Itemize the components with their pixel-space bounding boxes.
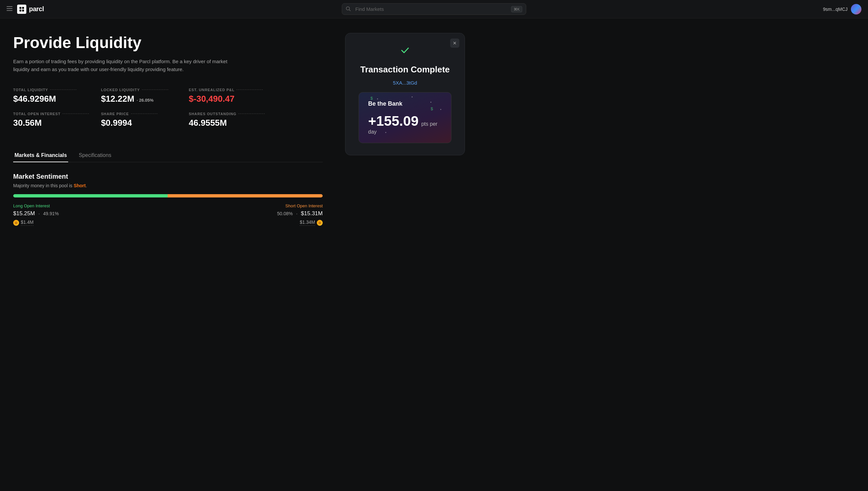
bank-card-label: Be the Bank <box>368 100 442 107</box>
long-interest-value: $15.25M · 49.91% <box>13 210 59 217</box>
close-button[interactable]: ✕ <box>450 38 459 48</box>
header: parcl ⌘K 9sm...qMCJ <box>0 0 868 19</box>
long-interest-label[interactable]: Long Open Interest <box>13 203 50 208</box>
long-sub-value: ◎ $1.4M <box>13 220 34 226</box>
svg-rect-4 <box>22 7 24 9</box>
stat-value-locked-liquidity: $12.22M · 26.05% <box>101 94 178 104</box>
tab-markets-financials[interactable]: Markets & Financials <box>13 149 68 162</box>
short-interest-value: 50.08% · $15.31M <box>277 210 323 217</box>
stat-value-open-interest: 30.56M <box>13 118 90 128</box>
stats-grid: TOTAL LIQUIDITY $46.9296M LOCKED LIQUIDI… <box>13 88 277 136</box>
header-left: parcl <box>7 5 73 14</box>
check-icon <box>400 45 410 58</box>
main: Provide Liquidity Earn a portion of trad… <box>0 19 868 491</box>
stat-unrealized-pl: EST. UNREALIZED P&L $-30,490.47 <box>189 88 277 112</box>
stat-open-interest: TOTAL OPEN INTEREST 30.56M <box>13 112 101 136</box>
svg-line-8 <box>349 9 351 11</box>
stat-share-price: SHARE PRICE $0.9994 <box>101 112 189 136</box>
search-shortcut: ⌘K <box>511 6 522 12</box>
coin-icon-short: ◎ <box>317 220 323 226</box>
stat-value-total-liquidity: $46.9296M <box>13 94 90 104</box>
stat-shares-outstanding: SHARES OUTSTANDING 46.9555M <box>189 112 277 136</box>
stat-value-unrealized-pl: $-30,490.47 <box>189 94 266 104</box>
stat-label-open-interest: TOTAL OPEN INTEREST <box>13 112 90 116</box>
tab-specifications[interactable]: Specifications <box>77 149 113 162</box>
logo-icon <box>17 5 26 14</box>
interest-values: $15.25M · 49.91% 50.08% · $15.31M <box>13 210 323 217</box>
stat-label-share-price: SHARE PRICE <box>101 112 178 116</box>
search-icon <box>346 6 351 12</box>
stat-value-share-price: $0.9994 <box>101 118 178 128</box>
stat-locked-liquidity: LOCKED LIQUIDITY $12.22M · 26.05% <box>101 88 189 112</box>
tabs: Markets & Financials Specifications <box>13 149 323 162</box>
right-panel: ✕ Transaction Complete 5XA...3tGd $ $ <box>336 19 474 491</box>
sentiment-word: Short <box>74 183 86 188</box>
wallet-address[interactable]: 9sm...qMCJ <box>823 7 847 12</box>
svg-rect-1 <box>7 8 12 9</box>
bar-long <box>13 194 168 198</box>
interest-bar <box>13 194 323 198</box>
page-title: Provide Liquidity <box>13 34 323 52</box>
svg-rect-2 <box>7 10 12 11</box>
svg-rect-3 <box>20 7 21 9</box>
bank-card-pts: +155.09 pts per day <box>368 113 442 135</box>
search-bar: ⌘K <box>342 3 526 15</box>
bar-short <box>168 194 323 198</box>
sentiment-description: Majority money in this pool is Short. <box>13 183 323 188</box>
menu-icon[interactable] <box>7 6 12 12</box>
stat-label-total-liquidity: TOTAL LIQUIDITY <box>13 88 90 92</box>
coin-icon-long: ◎ <box>13 220 19 226</box>
transaction-title: Transaction Complete <box>360 64 450 75</box>
bank-card: $ $ Be the Bank +155.09 pts per day <box>359 92 451 143</box>
page-description: Earn a portion of trading fees by provid… <box>13 58 237 74</box>
header-right: 9sm...qMCJ <box>795 4 861 15</box>
svg-rect-0 <box>7 6 12 7</box>
short-sub-value: ◎ $1.34M <box>300 220 323 226</box>
stat-label-locked-liquidity: LOCKED LIQUIDITY <box>101 88 178 92</box>
logo-text: parcl <box>29 5 44 13</box>
stat-total-liquidity: TOTAL LIQUIDITY $46.9296M <box>13 88 101 112</box>
svg-rect-5 <box>20 9 21 11</box>
logo[interactable]: parcl <box>17 5 44 14</box>
svg-rect-6 <box>22 9 24 11</box>
market-sentiment-section: Market Sentiment Majority money in this … <box>13 173 323 226</box>
transaction-card: ✕ Transaction Complete 5XA...3tGd $ $ <box>345 33 465 155</box>
interest-labels: Long Open Interest Short Open Interest <box>13 203 323 208</box>
market-sentiment-title: Market Sentiment <box>13 173 323 180</box>
short-interest-label[interactable]: Short Open Interest <box>285 203 323 208</box>
stat-label-unrealized-pl: EST. UNREALIZED P&L <box>189 88 266 92</box>
content: Provide Liquidity Earn a portion of trad… <box>0 19 336 491</box>
interest-sub-row: ◎ $1.4M ◎ $1.34M <box>13 220 323 226</box>
stat-label-shares-outstanding: SHARES OUTSTANDING <box>189 112 266 116</box>
stat-value-shares-outstanding: 46.9555M <box>189 118 266 128</box>
search-input[interactable] <box>342 3 526 15</box>
transaction-hash[interactable]: 5XA...3tGd <box>393 80 417 86</box>
avatar[interactable] <box>851 4 861 15</box>
